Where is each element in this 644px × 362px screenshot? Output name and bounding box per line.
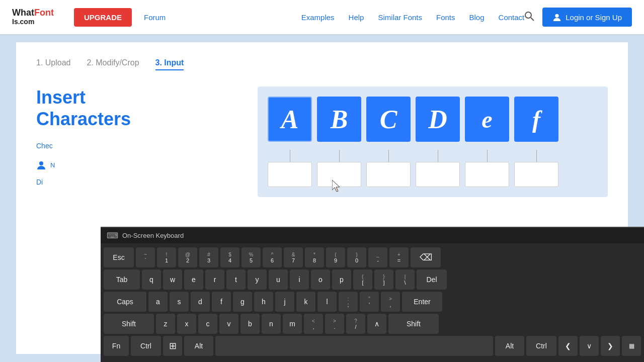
key-0[interactable]: )0 (347, 247, 366, 267)
logo[interactable]: WhatFont Is.com (12, 8, 54, 26)
key-fn[interactable]: Fn (104, 336, 129, 356)
key-b[interactable]: b (240, 314, 260, 334)
upgrade-button[interactable]: UPGRADE (74, 8, 132, 27)
key-question[interactable]: ?/ (346, 314, 365, 334)
key-del[interactable]: Del (417, 269, 447, 290)
search-button[interactable] (524, 11, 534, 24)
key-win[interactable]: ⊞ (163, 336, 182, 356)
key-7[interactable]: &7 (284, 247, 303, 267)
key-m[interactable]: m (283, 314, 302, 334)
key-n[interactable]: n (262, 314, 281, 334)
svg-point-0 (525, 12, 531, 18)
key-left-arrow[interactable]: ❮ (558, 336, 578, 356)
input-tile-3[interactable] (366, 162, 411, 187)
notification-text: N (50, 161, 55, 169)
key-t[interactable]: t (226, 269, 246, 290)
nav-help[interactable]: Help (349, 13, 364, 22)
key-4[interactable]: $4 (220, 247, 239, 267)
input-tile-5[interactable] (465, 162, 509, 187)
key-colon[interactable]: :; (339, 292, 358, 312)
key-pipe[interactable]: |\ (395, 269, 415, 290)
nav-forum[interactable]: Forum (144, 13, 287, 22)
key-rbrace[interactable]: }] (374, 269, 393, 290)
key-i[interactable]: i (290, 269, 309, 290)
key-g[interactable]: g (233, 292, 252, 312)
key-l[interactable]: l (317, 292, 337, 312)
key-gt[interactable]: >. (325, 314, 344, 334)
key-e[interactable]: e (184, 269, 203, 290)
key-c[interactable]: c (198, 314, 217, 334)
step-input[interactable]: 3. Input (155, 58, 184, 70)
key-p[interactable]: p (332, 269, 351, 290)
left-panel: Insert Characters Chec N Di (36, 86, 237, 197)
nav-contact[interactable]: Contact (499, 13, 525, 22)
key-caps[interactable]: Caps (104, 292, 146, 312)
key-backtick[interactable]: ~` (136, 247, 155, 267)
key-9[interactable]: (9 (326, 247, 345, 267)
letter-tile-e[interactable]: e (465, 97, 509, 142)
key-alt-right[interactable]: Alt (495, 336, 524, 356)
key-s[interactable]: s (170, 292, 189, 312)
key-y[interactable]: y (248, 269, 267, 290)
key-3[interactable]: #3 (199, 247, 218, 267)
nav-fonts[interactable]: Fonts (436, 13, 455, 22)
key-backspace[interactable]: ⌫ (411, 247, 441, 267)
key-down-arrow[interactable]: ∨ (580, 336, 599, 356)
key-comma-dec[interactable]: >, (381, 292, 400, 312)
step-upload[interactable]: 1. Upload (36, 58, 71, 70)
key-o[interactable]: o (311, 269, 330, 290)
input-tile-6[interactable] (514, 162, 558, 187)
letter-tile-D[interactable]: D (416, 97, 460, 142)
key-equals[interactable]: += (389, 247, 409, 267)
key-enter[interactable]: Enter (402, 292, 442, 312)
key-alt-left[interactable]: Alt (184, 336, 213, 356)
letter-tile-f[interactable]: f (514, 97, 558, 142)
key-2[interactable]: @2 (178, 247, 197, 267)
key-v[interactable]: v (219, 314, 238, 334)
key-lt[interactable]: <, (304, 314, 323, 334)
letter-tile-B[interactable]: B (317, 97, 361, 142)
key-f[interactable]: f (212, 292, 231, 312)
steps-nav: 1. Upload 2. Modify/Crop 3. Input (36, 58, 608, 70)
key-8[interactable]: *8 (305, 247, 324, 267)
letter-tile-A[interactable]: A (268, 97, 312, 142)
nav-blog[interactable]: Blog (469, 13, 485, 22)
key-ctrl-left[interactable]: Ctrl (131, 336, 161, 356)
key-q[interactable]: q (142, 269, 161, 290)
key-shift-right[interactable]: Shift (388, 314, 439, 334)
login-button[interactable]: Login or Sign Up (542, 8, 632, 27)
key-space[interactable] (215, 336, 493, 356)
key-esc[interactable]: Esc (104, 247, 134, 267)
key-lbrace[interactable]: {[ (353, 269, 372, 290)
input-tile-2[interactable] (317, 162, 361, 187)
key-z[interactable]: z (156, 314, 175, 334)
key-d[interactable]: d (191, 292, 210, 312)
key-j[interactable]: j (275, 292, 294, 312)
key-ctrl-right[interactable]: Ctrl (526, 336, 556, 356)
key-shift-left[interactable]: Shift (104, 314, 154, 334)
input-tile-4[interactable] (416, 162, 460, 187)
key-x[interactable]: x (177, 314, 196, 334)
key-1[interactable]: !1 (157, 247, 176, 267)
key-5[interactable]: %5 (242, 247, 261, 267)
input-tile-1[interactable] (268, 162, 312, 187)
key-h[interactable]: h (254, 292, 273, 312)
key-numpad[interactable]: ▦ (622, 336, 641, 356)
key-r[interactable]: r (205, 269, 224, 290)
key-k[interactable]: k (296, 292, 315, 312)
nav-examples[interactable]: Examples (301, 13, 335, 22)
nav-similar-fonts[interactable]: Similar Fonts (378, 13, 422, 22)
key-w[interactable]: w (163, 269, 182, 290)
key-quote[interactable]: "' (360, 292, 379, 312)
step-modify[interactable]: 2. Modify/Crop (87, 58, 139, 70)
connector-6 (514, 150, 558, 162)
letter-tile-C[interactable]: C (366, 97, 411, 142)
kb-row-3: Caps a s d f g h j k l :; "' >, Enter (104, 292, 641, 312)
key-minus[interactable]: _- (368, 247, 387, 267)
key-6[interactable]: ^6 (263, 247, 282, 267)
key-right-arrow[interactable]: ❯ (601, 336, 620, 356)
key-up-arrow[interactable]: ∧ (367, 314, 386, 334)
key-tab[interactable]: Tab (104, 269, 140, 290)
key-a[interactable]: a (148, 292, 168, 312)
key-u[interactable]: u (269, 269, 288, 290)
